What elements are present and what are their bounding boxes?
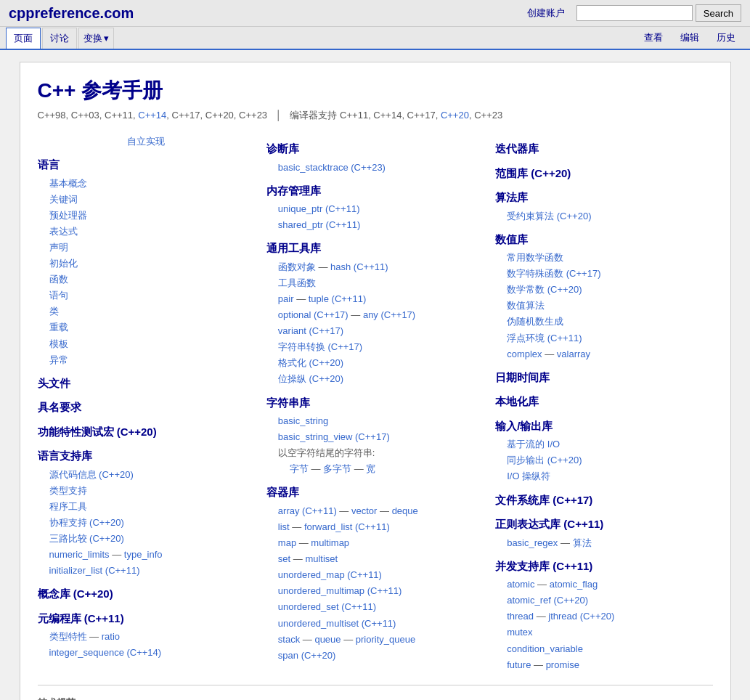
dropdown-arrow-icon: ▾ bbox=[104, 33, 109, 44]
cont-array: array (C++11) — vector — deque bbox=[278, 503, 484, 519]
regex-basic: basic_regex — 算法 bbox=[507, 535, 712, 551]
con-future: future — promise bbox=[507, 657, 712, 673]
num-fenv: 浮点环境 (C++11) bbox=[507, 330, 712, 346]
mem-unique: unique_ptr (C++11) bbox=[278, 201, 484, 217]
cont-ummap: unordered_multimap (C++11) bbox=[278, 583, 484, 599]
cont-stack: stack — queue — priority_queue bbox=[278, 632, 484, 648]
nav-right: 查看 编辑 历史 bbox=[635, 28, 744, 48]
ls-threeway: 三路比较 (C++20) bbox=[49, 531, 255, 547]
util-tools: 工具函数 bbox=[278, 275, 484, 291]
memory-title: 内存管理库 bbox=[266, 182, 484, 200]
named-req-title: 具名要求 bbox=[38, 398, 255, 417]
col2: 诊断库 basic_stacktrace (C++23) 内存管理库 uniqu… bbox=[266, 134, 495, 673]
cont-list: list — forward_list (C++11) bbox=[278, 519, 484, 535]
regex-title: 正则表达式库 (C++11) bbox=[495, 515, 712, 534]
nav-tab-view[interactable]: 查看 bbox=[635, 28, 672, 48]
str-types: 字节 — 多字节 — 宽 bbox=[290, 461, 484, 477]
search-input[interactable] bbox=[576, 5, 693, 21]
ls-program: 程序工具 bbox=[49, 499, 255, 515]
nav-tab-edit[interactable]: 编辑 bbox=[672, 28, 708, 48]
util-variant: variant (C++17) bbox=[278, 323, 484, 339]
compiler-c20[interactable]: C++20 bbox=[441, 110, 469, 121]
lang-item-stmt: 语句 bbox=[49, 288, 255, 304]
con-mutex: mutex bbox=[507, 624, 712, 640]
concur-title: 并发支持库 (C++11) bbox=[495, 557, 712, 576]
nav-tab-history[interactable]: 历史 bbox=[708, 28, 744, 48]
io-manip: I/O 操纵符 bbox=[507, 468, 712, 484]
con-atomicref: atomic_ref (C++20) bbox=[507, 593, 712, 609]
num-const: 数学常数 (C++20) bbox=[507, 282, 712, 298]
lang-item-init: 初始化 bbox=[49, 256, 255, 272]
nav-tab-discuss[interactable]: 讨论 bbox=[42, 28, 77, 49]
nav-tab-transform[interactable]: 变换 ▾ bbox=[78, 28, 114, 49]
ver-c14[interactable]: C++14 bbox=[138, 110, 166, 121]
feature-test-title: 功能特性测试宏 (C++20) bbox=[38, 423, 255, 441]
num-title: 数值库 bbox=[495, 230, 712, 249]
ls-source: 源代码信息 (C++20) bbox=[49, 467, 255, 483]
nav-tab-page[interactable]: 页面 bbox=[6, 28, 41, 49]
io-sync: 同步输出 (C++20) bbox=[507, 452, 712, 468]
util-funcobj: 函数对象 — hash (C++11) bbox=[278, 259, 484, 275]
diag-stacktrace: basic_stacktrace (C++23) bbox=[278, 160, 484, 176]
cont-set: set — multiset bbox=[278, 551, 484, 567]
lang-item-preprocessor: 预处理器 bbox=[49, 208, 255, 224]
ts-main-title: 技术规范 bbox=[38, 694, 713, 700]
cont-map: map — multimap bbox=[278, 535, 484, 551]
lang-item-func: 函数 bbox=[49, 272, 255, 288]
diag-title: 诊断库 bbox=[266, 139, 484, 158]
util-optional: optional (C++17) — any (C++17) bbox=[278, 307, 484, 323]
ver-plain2: , C++17, C++20, C++23 bbox=[166, 110, 267, 121]
ls-initlist: initializer_list (C++11) bbox=[49, 563, 255, 579]
columns: 自立实现 语言 基本概念 关键词 预处理器 表达式 声明 初始化 函数 语句 类… bbox=[38, 134, 713, 673]
num-complex: complex — valarray bbox=[507, 346, 712, 362]
str-basic: basic_string bbox=[278, 413, 484, 429]
create-account-link[interactable]: 创建账户 bbox=[527, 7, 565, 20]
self-impl-link[interactable]: 自立实现 bbox=[127, 136, 165, 147]
site-title: cppreference.com bbox=[9, 5, 515, 22]
search-form: Search bbox=[576, 4, 741, 22]
datetime-title: 日期时间库 bbox=[495, 368, 712, 387]
lang-item-class: 类 bbox=[49, 304, 255, 320]
lang-item-expr: 表达式 bbox=[49, 224, 255, 240]
compiler-c23: , C++23 bbox=[469, 110, 502, 121]
lang-support-title: 语言支持库 bbox=[38, 447, 255, 465]
con-atomic: atomic — atomic_flag bbox=[507, 577, 712, 593]
col3: 迭代器库 范围库 (C++20) 算法库 受约束算法 (C++20) 数值库 常… bbox=[495, 134, 712, 673]
lang-item-basic: 基本概念 bbox=[49, 176, 255, 192]
col1: 自立实现 语言 基本概念 关键词 预处理器 表达式 声明 初始化 函数 语句 类… bbox=[38, 134, 266, 673]
lang-item-except: 异常 bbox=[49, 352, 255, 368]
str-nullterm: 以空字符结尾的字符串: bbox=[278, 445, 484, 461]
transform-label: 变换 bbox=[83, 32, 102, 45]
con-condvar: condition_variable bbox=[507, 641, 712, 657]
lang-item-overload: 重载 bbox=[49, 320, 255, 335]
lang-item-decl: 声明 bbox=[49, 240, 255, 256]
cont-span: span (C++20) bbox=[278, 648, 484, 664]
ver-plain: C++98, C++03, C++11, bbox=[38, 110, 139, 121]
strings-title: 字符串库 bbox=[266, 394, 484, 412]
page-title: C++ 参考手册 bbox=[38, 77, 713, 105]
concepts-title: 概念库 (C++20) bbox=[38, 585, 255, 603]
meta-type: 类型特性 — ratio bbox=[49, 629, 255, 645]
num-special: 数字特殊函数 (C++17) bbox=[507, 266, 712, 282]
ranges-title: 范围库 (C++20) bbox=[495, 164, 712, 183]
compiler-label: 编译器支持 C++11, C++14, C++17, bbox=[290, 110, 440, 121]
header: cppreference.com 创建账户 Search bbox=[0, 0, 750, 27]
containers-title: 容器库 bbox=[266, 483, 484, 502]
navbar: 页面 讨论 变换 ▾ 查看 编辑 历史 bbox=[0, 27, 750, 50]
mem-shared: shared_ptr (C++11) bbox=[278, 217, 484, 233]
headers-title: 头文件 bbox=[38, 374, 255, 393]
io-title: 输入/输出库 bbox=[495, 417, 712, 436]
algo-title: 算法库 bbox=[495, 188, 712, 207]
num-algo: 数值算法 bbox=[507, 298, 712, 314]
lang-item-template: 模板 bbox=[49, 336, 255, 352]
con-thread: thread — jthread (C++20) bbox=[507, 609, 712, 624]
nav-left: 页面 讨论 变换 ▾ bbox=[6, 28, 635, 49]
str-view: basic_string_view (C++17) bbox=[278, 429, 484, 445]
iter-title: 迭代器库 bbox=[495, 139, 712, 158]
cont-umap: unordered_map (C++11) bbox=[278, 567, 484, 583]
ls-type: 类型支持 bbox=[49, 483, 255, 499]
search-button[interactable]: Search bbox=[696, 4, 741, 22]
num-mathfunc: 常用数学函数 bbox=[507, 250, 712, 266]
util-format: 格式化 (C++20) bbox=[278, 355, 484, 371]
tech-spec: 技术规范 标准库扩展 (库基础 TS) resource_adaptor — i… bbox=[38, 685, 713, 700]
